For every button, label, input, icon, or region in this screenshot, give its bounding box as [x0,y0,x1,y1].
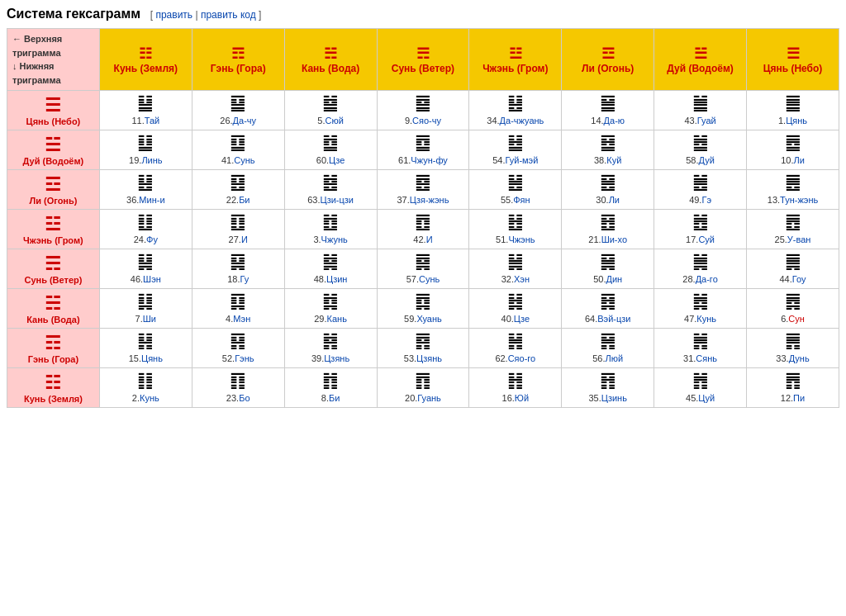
cell-link-5-5[interactable]: Вэй-цзи [597,314,630,324]
cell-label-1-1: 41.Сунь [221,155,255,165]
cell-link-7-1[interactable]: Бо [239,393,250,403]
cell-link-0-5[interactable]: Да-ю [604,116,625,126]
cell-link-3-6[interactable]: Суй [698,235,715,244]
cell-7-3: ䷓20.Гуань [377,368,469,408]
cell-link-0-6[interactable]: Гуай [697,116,716,126]
cell-label-0-5: 14.Да-ю [591,116,625,126]
row-header-3: ☳Чжэнь (Гром) [7,210,100,249]
cell-link-1-0[interactable]: Линь [141,155,162,165]
cell-label-4-6: 28.Да-го [682,274,717,284]
cell-link-3-5[interactable]: Ши-хо [601,235,627,244]
cell-link-4-1[interactable]: Гу [240,274,249,284]
hexagram-symbol-0-3: ䷈ [379,94,468,112]
cell-link-4-7[interactable]: Гоу [792,274,806,284]
cell-link-3-3[interactable]: И [426,235,433,244]
table-row-7: ☷Кунь (Земля)䷁2.Кунь䷖23.Бо䷇8.Би䷓20.Гуань… [7,368,839,408]
cell-label-7-2: 8.Би [321,393,340,403]
hexagram-symbol-0-7: ䷀ [749,94,837,112]
hexagram-symbol-4-1: ䷑ [194,253,283,271]
cell-link-2-5[interactable]: Ли [609,195,620,205]
cell-link-5-4[interactable]: Цзе [514,314,530,324]
cell-link-6-5[interactable]: Люй [606,353,624,363]
cell-link-3-0[interactable]: Фу [146,235,158,244]
cell-link-3-4[interactable]: Чжэнь [508,235,535,244]
col-symbol-2: ☵ [324,45,337,62]
cell-link-6-3[interactable]: Цзянь [416,353,442,363]
cell-link-1-7[interactable]: Ли [793,155,804,165]
cell-link-2-6[interactable]: Гэ [701,195,711,205]
col-header-0: ☷Кунь (Земля) [99,29,192,91]
cell-link-7-3[interactable]: Гуань [417,393,441,403]
cell-link-6-6[interactable]: Сянь [696,353,717,363]
cell-link-4-6[interactable]: Да-го [696,274,718,284]
cell-link-5-3[interactable]: Хуань [416,314,441,324]
cell-link-7-4[interactable]: Юй [515,393,529,403]
row-label-0: Цянь (Небо) [26,116,81,126]
hexagram-symbol-4-6: ䷛ [656,253,744,271]
cell-link-5-7[interactable]: Сун [788,314,805,324]
cell-link-4-0[interactable]: Шэн [143,274,161,284]
cell-label-7-3: 20.Гуань [405,393,441,403]
cell-link-7-6[interactable]: Цуй [698,393,715,403]
cell-link-2-1[interactable]: Би [239,195,250,205]
cell-link-1-1[interactable]: Сунь [234,155,254,165]
cell-link-2-0[interactable]: Мин-и [139,195,164,205]
cell-link-1-2[interactable]: Цзе [329,155,345,165]
cell-link-0-2[interactable]: Сюй [325,116,343,126]
cell-link-1-4[interactable]: Гуй-мэй [506,155,539,165]
cell-link-1-3[interactable]: Чжун-фу [411,155,447,165]
cell-link-5-0[interactable]: Ши [143,314,156,324]
cell-link-1-5[interactable]: Куй [606,155,621,165]
cell-link-0-3[interactable]: Сяо-чу [412,116,441,126]
cell-link-6-1[interactable]: Гэнь [235,353,254,363]
hexagram-symbol-3-6: ䷐ [656,213,744,231]
cell-link-2-3[interactable]: Цзя-жэнь [410,195,449,205]
cell-link-4-3[interactable]: Сунь [419,274,440,284]
cell-link-0-0[interactable]: Тай [145,116,160,126]
col-symbol-5: ☲ [601,45,615,62]
cell-link-3-2[interactable]: Чжунь [321,235,348,244]
corner-cell: ← Верхняя триграмма ↓ Нижняя триграмма [7,29,100,91]
cell-link-5-2[interactable]: Кань [327,314,347,324]
cell-label-3-0: 24.Фу [134,235,158,244]
cell-link-7-7[interactable]: Пи [793,393,805,403]
cell-0-1: ䷙26.Да-чу [192,91,284,130]
cell-link-4-4[interactable]: Хэн [514,274,530,284]
cell-1-4: ䷵54.Гуй-мэй [469,130,562,170]
cell-link-0-1[interactable]: Да-чу [233,116,256,126]
cell-link-7-5[interactable]: Цзинь [601,393,627,403]
hexagram-symbol-6-6: ䷞ [656,332,744,350]
cell-label-7-0: 2.Кунь [132,393,159,403]
hexagram-symbol-4-2: ䷯ [287,253,375,271]
cell-link-7-2[interactable]: Би [329,393,340,403]
cell-link-2-7[interactable]: Тун-жэнь [780,195,818,205]
cell-5-6: ䷮47.Кунь [654,289,747,329]
table-row-6: ☶Гэнь (Гора)䷎15.Цянь䷳52.Гэнь䷦39.Цзянь䷴53… [7,329,839,368]
cell-link-6-4[interactable]: Сяо-го [508,353,536,363]
cell-link-6-7[interactable]: Дунь [789,353,810,363]
cell-link-0-7[interactable]: Цянь [786,116,807,126]
cell-link-4-5[interactable]: Дин [606,274,623,284]
cell-link-7-0[interactable]: Кунь [140,393,159,403]
cell-link-5-1[interactable]: Мэн [233,314,250,324]
cell-link-4-2[interactable]: Цзин [326,274,347,284]
col-name-7: Цянь (Небо) [763,63,823,74]
cell-link-5-6[interactable]: Кунь [696,314,716,324]
edit-code-link[interactable]: править код [201,9,256,21]
cell-label-1-2: 60.Цзе [316,155,345,165]
cell-link-3-7[interactable]: У-ван [787,235,811,244]
cell-link-2-4[interactable]: Фян [513,195,530,205]
cell-link-2-2[interactable]: Цзи-цзи [321,195,354,205]
cell-link-1-6[interactable]: Дуй [699,155,715,165]
cell-label-3-2: 3.Чжунь [313,235,347,244]
cell-label-1-4: 54.Гуй-мэй [492,155,538,165]
hexagram-table: ← Верхняя триграмма ↓ Нижняя триграмма ☷… [7,28,839,408]
cell-link-3-1[interactable]: И [241,235,248,244]
cell-link-0-4[interactable]: Да-чжуань [500,116,544,126]
cell-link-6-0[interactable]: Цянь [141,353,163,363]
cell-5-1: ䷃4.Мэн [192,289,284,329]
cell-link-6-2[interactable]: Цзянь [324,353,349,363]
row-header-7: ☷Кунь (Земля) [7,368,100,408]
hexagram-symbol-6-2: ䷦ [287,332,375,350]
edit-link-1[interactable]: править [155,9,192,21]
